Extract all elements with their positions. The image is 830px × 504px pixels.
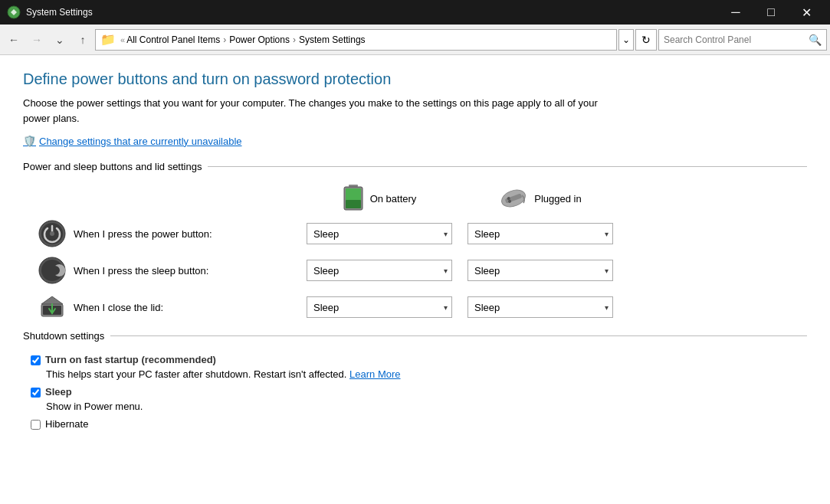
battery-icon xyxy=(343,185,364,212)
page-description: Choose the power settings that you want … xyxy=(23,96,621,126)
section1-line xyxy=(208,166,807,167)
breadcrumb-sep-2: › xyxy=(293,34,296,45)
sleep-button-label: When I press the sleep button: xyxy=(38,257,299,284)
minimize-button[interactable]: ─ xyxy=(718,0,753,25)
close-button[interactable]: ✕ xyxy=(789,0,824,25)
lid-plugged-in-select[interactable]: Do nothing Sleep Hibernate Shut down xyxy=(467,296,613,318)
power-button-plugged-in-wrap: Do nothing Sleep Hibernate Shut down ▾ xyxy=(467,223,613,244)
learn-more-link[interactable]: Learn More xyxy=(349,368,400,380)
hibernate-checkbox-label[interactable]: Hibernate xyxy=(45,418,88,430)
fast-startup-row: Turn on fast startup (recommended) xyxy=(23,354,807,365)
main-content: Define power buttons and turn on passwor… xyxy=(0,55,830,504)
search-input[interactable] xyxy=(664,34,809,45)
lid-icon xyxy=(38,293,66,321)
power-button-on-battery-select[interactable]: Do nothing Sleep Hibernate Shut down xyxy=(307,223,452,244)
titlebar: System Settings ─ □ ✕ xyxy=(0,0,830,25)
fast-startup-checkbox[interactable] xyxy=(31,355,41,365)
breadcrumb-sep-1: › xyxy=(223,34,226,45)
address-dropdown[interactable]: ⌄ xyxy=(618,29,634,51)
sleep-button-plugged-in-select[interactable]: Do nothing Sleep Hibernate Shut down xyxy=(467,260,613,281)
breadcrumb-all-control-panel[interactable]: All Control Panel Items xyxy=(126,34,220,45)
maximize-button[interactable]: □ xyxy=(753,0,789,25)
lid-row: When I close the lid: Do nothing Sleep H… xyxy=(23,293,807,321)
sleep-button-on-battery-select[interactable]: Do nothing Sleep Hibernate Shut down xyxy=(307,260,452,281)
col-plugged-in: Plugged in xyxy=(460,185,621,212)
power-button-icon xyxy=(38,220,66,247)
svg-rect-4 xyxy=(346,200,361,208)
refresh-button[interactable]: ↻ xyxy=(635,29,657,51)
power-button-label: When I press the power button: xyxy=(38,220,299,247)
search-box: 🔍 xyxy=(658,29,827,51)
power-button-plugged-in-select[interactable]: Do nothing Sleep Hibernate Shut down xyxy=(467,223,613,244)
sleep-button-plugged-in-wrap: Do nothing Sleep Hibernate Shut down ▾ xyxy=(467,260,613,281)
hibernate-checkbox-row: Hibernate xyxy=(23,418,807,430)
power-button-on-battery-wrap: Do nothing Sleep Hibernate Shut down ▾ xyxy=(307,223,452,244)
breadcrumb-chevron: « xyxy=(120,35,125,44)
search-icon: 🔍 xyxy=(809,34,822,46)
sleep-checkbox[interactable] xyxy=(31,388,41,398)
dropdown-chevron: ⌄ xyxy=(622,34,630,45)
lid-on-battery-wrap: Do nothing Sleep Hibernate Shut down ▾ xyxy=(307,296,452,318)
up-button[interactable]: ↑ xyxy=(72,29,93,51)
breadcrumb-bar: 📁 « All Control Panel Items › Power Opti… xyxy=(95,29,617,51)
app-icon xyxy=(6,5,21,20)
page-title: Define power buttons and turn on passwor… xyxy=(23,70,807,88)
section2-header: Shutdown settings xyxy=(23,330,807,342)
change-settings-link[interactable]: 🛡️ Change settings that are currently un… xyxy=(23,135,807,147)
sleep-button-row: When I press the sleep button: Do nothin… xyxy=(23,257,807,284)
fast-startup-subtext: This helps start your PC faster after sh… xyxy=(23,368,807,380)
section2-line xyxy=(110,335,807,336)
plugged-in-icon xyxy=(499,188,528,209)
section2: Shutdown settings Turn on fast startup (… xyxy=(23,330,807,430)
back-button[interactable]: ← xyxy=(3,29,25,51)
window-title: System Settings xyxy=(26,7,718,18)
breadcrumb-system-settings: System Settings xyxy=(299,34,366,45)
folder-icon: 📁 xyxy=(100,32,116,47)
section1-header: Power and sleep buttons and lid settings xyxy=(23,161,807,172)
breadcrumb-power-options[interactable]: Power Options xyxy=(229,34,290,45)
svg-point-11 xyxy=(50,231,54,236)
lid-label: When I close the lid: xyxy=(38,293,299,321)
sleep-button-icon xyxy=(38,257,66,284)
recent-pages-button[interactable]: ⌄ xyxy=(49,29,71,51)
fast-startup-label[interactable]: Turn on fast startup (recommended) xyxy=(45,354,216,365)
addressbar: ← → ⌄ ↑ 📁 « All Control Panel Items › Po… xyxy=(0,25,830,55)
svg-point-13 xyxy=(41,260,63,281)
window-controls: ─ □ ✕ xyxy=(718,0,824,25)
sleep-checkbox-label[interactable]: Sleep xyxy=(45,386,72,398)
sleep-button-on-battery-wrap: Do nothing Sleep Hibernate Shut down ▾ xyxy=(307,260,452,281)
sleep-checkbox-row: Sleep xyxy=(23,386,807,398)
hibernate-checkbox[interactable] xyxy=(31,420,41,430)
lid-on-battery-select[interactable]: Do nothing Sleep Hibernate Shut down xyxy=(307,296,452,318)
column-headers: On battery Plugged in xyxy=(23,185,807,212)
col-on-battery: On battery xyxy=(299,185,460,212)
sleep-subtext: Show in Power menu. xyxy=(23,401,807,412)
power-button-row: When I press the power button: Do nothin… xyxy=(23,220,807,247)
forward-button[interactable]: → xyxy=(26,29,48,51)
lid-plugged-in-wrap: Do nothing Sleep Hibernate Shut down ▾ xyxy=(467,296,613,318)
shield-icon: 🛡️ xyxy=(23,135,36,147)
